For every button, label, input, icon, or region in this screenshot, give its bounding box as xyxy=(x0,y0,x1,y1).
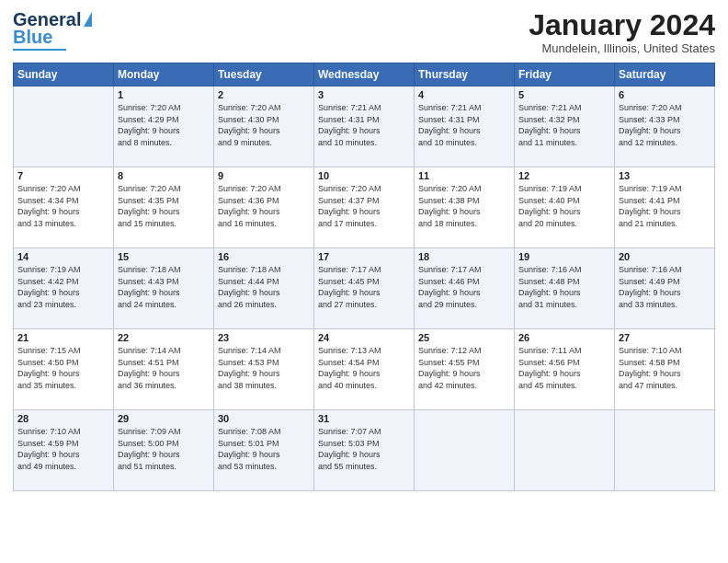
logo: General Blue xyxy=(13,9,92,51)
day-cell: 15Sunrise: 7:18 AM Sunset: 4:43 PM Dayli… xyxy=(114,248,214,329)
day-info: Sunrise: 7:16 AM Sunset: 4:49 PM Dayligh… xyxy=(619,264,711,310)
col-header-tuesday: Tuesday xyxy=(214,63,314,86)
week-row-1: 1Sunrise: 7:20 AM Sunset: 4:29 PM Daylig… xyxy=(14,86,715,167)
day-info: Sunrise: 7:20 AM Sunset: 4:34 PM Dayligh… xyxy=(17,183,109,229)
week-row-4: 21Sunrise: 7:15 AM Sunset: 4:50 PM Dayli… xyxy=(14,329,715,410)
day-info: Sunrise: 7:20 AM Sunset: 4:35 PM Dayligh… xyxy=(118,183,210,229)
day-info: Sunrise: 7:17 AM Sunset: 4:46 PM Dayligh… xyxy=(418,264,510,310)
day-info: Sunrise: 7:20 AM Sunset: 4:37 PM Dayligh… xyxy=(318,183,410,229)
day-cell: 23Sunrise: 7:14 AM Sunset: 4:53 PM Dayli… xyxy=(214,329,314,410)
day-number: 27 xyxy=(619,332,711,343)
day-info: Sunrise: 7:07 AM Sunset: 5:03 PM Dayligh… xyxy=(318,426,410,472)
day-cell: 14Sunrise: 7:19 AM Sunset: 4:42 PM Dayli… xyxy=(14,248,114,329)
day-number: 17 xyxy=(318,251,410,262)
day-info: Sunrise: 7:15 AM Sunset: 4:50 PM Dayligh… xyxy=(17,345,109,391)
day-number: 2 xyxy=(218,89,310,100)
logo-triangle-icon xyxy=(84,12,92,27)
header: General Blue January 2024 Mundelein, Ill… xyxy=(13,9,715,55)
logo-text-blue: Blue xyxy=(13,27,52,48)
day-number: 28 xyxy=(17,413,109,424)
day-info: Sunrise: 7:12 AM Sunset: 4:55 PM Dayligh… xyxy=(418,345,510,391)
day-info: Sunrise: 7:14 AM Sunset: 4:51 PM Dayligh… xyxy=(118,345,210,391)
day-number: 11 xyxy=(418,170,510,181)
day-cell: 6Sunrise: 7:20 AM Sunset: 4:33 PM Daylig… xyxy=(615,86,715,167)
week-row-2: 7Sunrise: 7:20 AM Sunset: 4:34 PM Daylig… xyxy=(14,167,715,248)
day-cell: 8Sunrise: 7:20 AM Sunset: 4:35 PM Daylig… xyxy=(114,167,214,248)
day-number: 6 xyxy=(619,89,711,100)
day-number: 29 xyxy=(118,413,210,424)
day-number: 5 xyxy=(518,89,610,100)
day-number: 16 xyxy=(218,251,310,262)
day-cell: 18Sunrise: 7:17 AM Sunset: 4:46 PM Dayli… xyxy=(415,248,515,329)
day-cell xyxy=(415,410,515,491)
day-info: Sunrise: 7:21 AM Sunset: 4:32 PM Dayligh… xyxy=(518,102,610,148)
day-number: 15 xyxy=(118,251,210,262)
day-number: 19 xyxy=(518,251,610,262)
day-cell xyxy=(14,86,114,167)
day-info: Sunrise: 7:20 AM Sunset: 4:36 PM Dayligh… xyxy=(218,183,310,229)
day-cell: 10Sunrise: 7:20 AM Sunset: 4:37 PM Dayli… xyxy=(314,167,415,248)
col-header-sunday: Sunday xyxy=(14,63,114,86)
day-number: 13 xyxy=(619,170,711,181)
week-row-3: 14Sunrise: 7:19 AM Sunset: 4:42 PM Dayli… xyxy=(14,248,715,329)
day-number: 18 xyxy=(418,251,510,262)
col-header-friday: Friday xyxy=(515,63,615,86)
day-cell: 20Sunrise: 7:16 AM Sunset: 4:49 PM Dayli… xyxy=(615,248,715,329)
day-number: 3 xyxy=(318,89,410,100)
col-header-thursday: Thursday xyxy=(415,63,515,86)
day-info: Sunrise: 7:21 AM Sunset: 4:31 PM Dayligh… xyxy=(418,102,510,148)
day-number: 25 xyxy=(418,332,510,343)
day-number: 22 xyxy=(118,332,210,343)
day-cell: 28Sunrise: 7:10 AM Sunset: 4:59 PM Dayli… xyxy=(14,410,114,491)
day-number: 12 xyxy=(518,170,610,181)
day-number: 26 xyxy=(518,332,610,343)
day-number: 7 xyxy=(17,170,109,181)
day-cell: 22Sunrise: 7:14 AM Sunset: 4:51 PM Dayli… xyxy=(114,329,214,410)
day-info: Sunrise: 7:21 AM Sunset: 4:31 PM Dayligh… xyxy=(318,102,410,148)
day-info: Sunrise: 7:19 AM Sunset: 4:42 PM Dayligh… xyxy=(17,264,109,310)
col-header-wednesday: Wednesday xyxy=(314,63,415,86)
day-number: 8 xyxy=(118,170,210,181)
day-cell: 19Sunrise: 7:16 AM Sunset: 4:48 PM Dayli… xyxy=(515,248,615,329)
day-cell: 1Sunrise: 7:20 AM Sunset: 4:29 PM Daylig… xyxy=(114,86,214,167)
day-number: 14 xyxy=(17,251,109,262)
day-cell: 11Sunrise: 7:20 AM Sunset: 4:38 PM Dayli… xyxy=(415,167,515,248)
day-cell: 29Sunrise: 7:09 AM Sunset: 5:00 PM Dayli… xyxy=(114,410,214,491)
day-cell: 12Sunrise: 7:19 AM Sunset: 4:40 PM Dayli… xyxy=(515,167,615,248)
day-info: Sunrise: 7:10 AM Sunset: 4:58 PM Dayligh… xyxy=(619,345,711,391)
location: Mundelein, Illinois, United States xyxy=(529,41,715,55)
day-number: 10 xyxy=(318,170,410,181)
calendar-table: SundayMondayTuesdayWednesdayThursdayFrid… xyxy=(13,63,715,491)
day-cell: 9Sunrise: 7:20 AM Sunset: 4:36 PM Daylig… xyxy=(214,167,314,248)
day-info: Sunrise: 7:18 AM Sunset: 4:43 PM Dayligh… xyxy=(118,264,210,310)
day-info: Sunrise: 7:20 AM Sunset: 4:38 PM Dayligh… xyxy=(418,183,510,229)
day-cell: 25Sunrise: 7:12 AM Sunset: 4:55 PM Dayli… xyxy=(415,329,515,410)
day-cell: 31Sunrise: 7:07 AM Sunset: 5:03 PM Dayli… xyxy=(314,410,415,491)
day-info: Sunrise: 7:08 AM Sunset: 5:01 PM Dayligh… xyxy=(218,426,310,472)
day-cell: 21Sunrise: 7:15 AM Sunset: 4:50 PM Dayli… xyxy=(14,329,114,410)
day-info: Sunrise: 7:20 AM Sunset: 4:30 PM Dayligh… xyxy=(218,102,310,148)
day-cell xyxy=(515,410,615,491)
day-info: Sunrise: 7:14 AM Sunset: 4:53 PM Dayligh… xyxy=(218,345,310,391)
day-cell: 17Sunrise: 7:17 AM Sunset: 4:45 PM Dayli… xyxy=(314,248,415,329)
calendar-page: General Blue January 2024 Mundelein, Ill… xyxy=(0,0,728,563)
day-cell: 13Sunrise: 7:19 AM Sunset: 4:41 PM Dayli… xyxy=(615,167,715,248)
month-title: January 2024 xyxy=(529,9,715,41)
day-info: Sunrise: 7:17 AM Sunset: 4:45 PM Dayligh… xyxy=(318,264,410,310)
day-cell: 4Sunrise: 7:21 AM Sunset: 4:31 PM Daylig… xyxy=(415,86,515,167)
day-number: 23 xyxy=(218,332,310,343)
day-cell xyxy=(615,410,715,491)
day-cell: 7Sunrise: 7:20 AM Sunset: 4:34 PM Daylig… xyxy=(14,167,114,248)
day-number: 31 xyxy=(318,413,410,424)
day-number: 20 xyxy=(619,251,711,262)
day-info: Sunrise: 7:09 AM Sunset: 5:00 PM Dayligh… xyxy=(118,426,210,472)
day-number: 30 xyxy=(218,413,310,424)
day-info: Sunrise: 7:11 AM Sunset: 4:56 PM Dayligh… xyxy=(518,345,610,391)
day-info: Sunrise: 7:10 AM Sunset: 4:59 PM Dayligh… xyxy=(17,426,109,472)
day-info: Sunrise: 7:20 AM Sunset: 4:33 PM Dayligh… xyxy=(619,102,711,148)
col-header-saturday: Saturday xyxy=(615,63,715,86)
day-info: Sunrise: 7:19 AM Sunset: 4:40 PM Dayligh… xyxy=(518,183,610,229)
day-info: Sunrise: 7:18 AM Sunset: 4:44 PM Dayligh… xyxy=(218,264,310,310)
day-info: Sunrise: 7:16 AM Sunset: 4:48 PM Dayligh… xyxy=(518,264,610,310)
day-info: Sunrise: 7:13 AM Sunset: 4:54 PM Dayligh… xyxy=(318,345,410,391)
